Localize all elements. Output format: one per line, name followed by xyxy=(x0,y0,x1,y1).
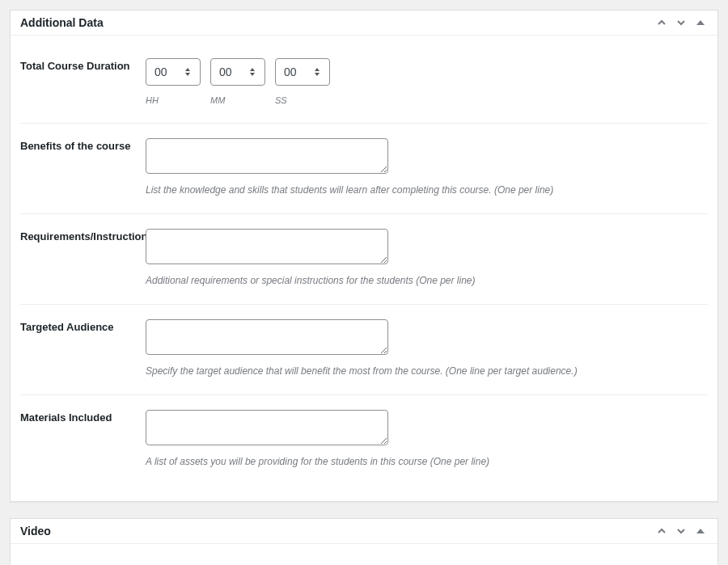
requirements-row: Requirements/Instructions Additional req… xyxy=(20,214,708,305)
move-up-icon[interactable] xyxy=(654,524,669,538)
minutes-value: 00 xyxy=(219,65,232,78)
hours-down-icon[interactable] xyxy=(185,73,190,76)
benefits-label: Benefits of the course xyxy=(20,138,146,196)
additional-data-header: Additional Data xyxy=(11,11,717,36)
requirements-content: Additional requirements or special instr… xyxy=(146,229,708,286)
svg-marker-0 xyxy=(696,20,705,25)
move-up-icon[interactable] xyxy=(654,15,669,30)
minutes-stepper[interactable]: 00 xyxy=(210,58,265,86)
minutes-down-icon[interactable] xyxy=(250,73,255,76)
benefits-helper: List the knowledge and skills that stude… xyxy=(146,184,708,196)
seconds-spinner xyxy=(315,59,324,85)
audience-textarea[interactable] xyxy=(146,319,388,355)
additional-data-body: Total Course Duration 00 HH xyxy=(11,36,717,501)
duration-label: Total Course Duration xyxy=(20,58,146,105)
hours-unit-label: HH xyxy=(146,95,159,105)
hours-value: 00 xyxy=(154,65,167,78)
minutes-up-icon[interactable] xyxy=(250,68,255,71)
requirements-helper: Additional requirements or special instr… xyxy=(146,275,708,286)
video-panel: Video Course Intro Video Select Video So… xyxy=(10,518,718,565)
additional-data-panel: Additional Data Total Course Duration 00 xyxy=(10,10,718,502)
audience-helper: Specify the target audience that will be… xyxy=(146,365,708,377)
requirements-label: Requirements/Instructions xyxy=(20,229,146,286)
audience-row: Targeted Audience Specify the target aud… xyxy=(20,305,708,395)
seconds-unit-label: SS xyxy=(275,95,287,105)
video-body: Course Intro Video Select Video Source S… xyxy=(11,544,717,565)
panel-header-controls xyxy=(654,15,708,30)
intro-video-row: Course Intro Video Select Video Source S… xyxy=(20,552,708,565)
hours-stepper[interactable]: 00 xyxy=(146,58,201,86)
duration-minutes-col: 00 MM xyxy=(210,58,265,105)
minutes-spinner xyxy=(250,59,260,85)
requirements-textarea[interactable] xyxy=(146,229,388,264)
audience-label: Targeted Audience xyxy=(20,319,146,377)
seconds-up-icon[interactable] xyxy=(315,68,320,71)
duration-group: 00 HH 00 xyxy=(146,58,708,105)
move-down-icon[interactable] xyxy=(674,524,688,538)
duration-seconds-col: 00 SS xyxy=(275,58,330,105)
duration-hours-col: 00 HH xyxy=(146,58,201,105)
seconds-down-icon[interactable] xyxy=(315,73,320,76)
svg-marker-1 xyxy=(696,529,705,533)
materials-content: A list of assets you will be providing f… xyxy=(146,410,708,467)
materials-row: Materials Included A list of assets you … xyxy=(20,395,708,485)
collapse-icon[interactable] xyxy=(693,15,708,30)
video-title: Video xyxy=(20,525,51,538)
seconds-stepper[interactable]: 00 xyxy=(275,58,330,86)
hours-spinner xyxy=(185,59,195,85)
benefits-content: List the knowledge and skills that stude… xyxy=(146,138,708,196)
benefits-row: Benefits of the course List the knowledg… xyxy=(20,124,708,214)
benefits-textarea[interactable] xyxy=(146,138,388,174)
seconds-value: 00 xyxy=(284,65,297,78)
materials-helper: A list of assets you will be providing f… xyxy=(146,456,708,467)
video-header-controls xyxy=(654,524,708,538)
minutes-unit-label: MM xyxy=(210,95,225,105)
materials-textarea[interactable] xyxy=(146,410,388,445)
additional-data-title: Additional Data xyxy=(20,16,104,29)
audience-content: Specify the target audience that will be… xyxy=(146,319,708,377)
hours-up-icon[interactable] xyxy=(185,68,190,71)
duration-content: 00 HH 00 xyxy=(146,58,708,105)
materials-label: Materials Included xyxy=(20,410,146,467)
duration-row: Total Course Duration 00 HH xyxy=(20,44,708,124)
video-header: Video xyxy=(11,519,717,544)
collapse-icon[interactable] xyxy=(693,524,708,538)
move-down-icon[interactable] xyxy=(674,15,688,30)
